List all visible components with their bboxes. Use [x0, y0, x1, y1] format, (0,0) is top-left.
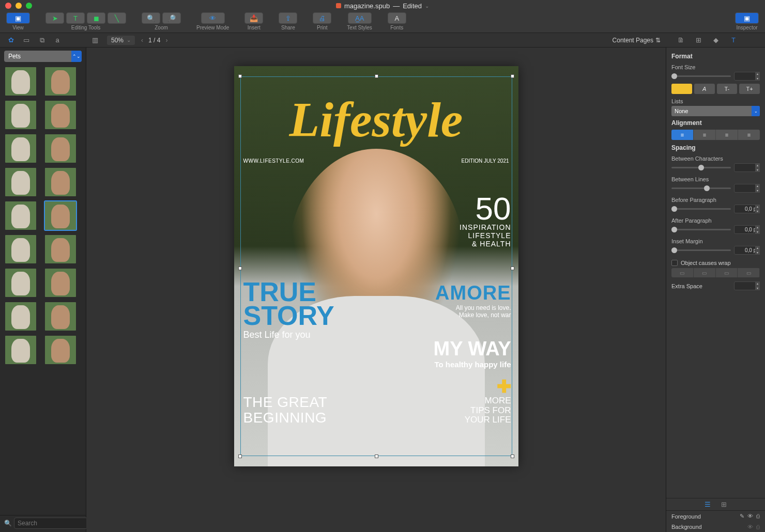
wrap-left-button[interactable]: ▭: [671, 268, 694, 277]
before-para-field[interactable]: 0,0 pt▴▾: [734, 205, 760, 213]
content-pages-button[interactable]: Content Pages⇅: [613, 37, 661, 44]
resize-handle[interactable]: [375, 74, 378, 78]
prev-page-button[interactable]: ‹: [141, 37, 143, 44]
magazine-page[interactable]: Lifestyle WWW.LIFESTYLE.COM EDITION JULY…: [234, 66, 518, 466]
asset-thumb[interactable]: [5, 134, 36, 163]
typography-tab-icon[interactable]: a: [52, 35, 63, 45]
asset-thumb[interactable]: [45, 269, 76, 297]
char-spacing-field[interactable]: ▴▾: [734, 163, 760, 172]
inset-margin-slider[interactable]: [671, 249, 731, 251]
asset-thumb[interactable]: [5, 235, 36, 263]
extra-space-field[interactable]: ▴▾: [734, 281, 760, 290]
inset-margin-field[interactable]: 0,0 pt▴▾: [734, 246, 760, 255]
print-label: Print: [317, 25, 328, 30]
line-spacing-field[interactable]: ▴▾: [734, 184, 760, 193]
zoom-in-button[interactable]: 🔍: [142, 12, 160, 24]
layers-tab-icon[interactable]: ☰: [705, 500, 711, 508]
inspector-label: Inspector: [736, 25, 757, 30]
close-icon[interactable]: [5, 3, 11, 9]
resize-handle[interactable]: [375, 455, 378, 458]
wrap-around-button[interactable]: ▭: [694, 268, 716, 277]
print-layer-icon[interactable]: ⎙: [756, 524, 760, 530]
text-inspector-tab-icon[interactable]: T: [728, 35, 739, 45]
asset-thumb[interactable]: [5, 168, 36, 196]
asset-thumb[interactable]: [5, 336, 36, 364]
select-tool-button[interactable]: ➤: [45, 12, 64, 24]
zoom-select[interactable]: 50%⌄: [107, 36, 135, 45]
document-title[interactable]: magazine.spub — Edited ⌄: [336, 2, 429, 10]
view-button[interactable]: ▣: [6, 12, 30, 24]
asset-thumb[interactable]: [45, 134, 76, 163]
maximize-icon[interactable]: [26, 3, 32, 9]
media-tab-icon[interactable]: ▭: [21, 35, 32, 45]
resize-handle[interactable]: [511, 455, 514, 458]
line-tool-button[interactable]: ╲: [108, 12, 126, 24]
align-justify-button[interactable]: ≡: [738, 130, 760, 140]
before-para-slider[interactable]: [671, 208, 731, 210]
eye-icon[interactable]: 👁: [747, 513, 753, 520]
char-spacing-slider[interactable]: [671, 167, 731, 168]
asset-thumb[interactable]: [5, 302, 36, 331]
spread-view-icon[interactable]: ▥: [89, 35, 101, 45]
resize-handle[interactable]: [511, 74, 514, 78]
wrap-right-button[interactable]: ▭: [716, 268, 738, 277]
spacing-heading: Spacing: [671, 144, 760, 151]
assets-sidebar: Pets ⌃⌄ 🔍: [0, 48, 86, 532]
wrap-checkbox[interactable]: [671, 260, 678, 266]
text-tool-button[interactable]: T: [66, 12, 85, 24]
pages-tab-icon[interactable]: ⧉: [36, 35, 48, 45]
lists-select[interactable]: None⌄: [671, 106, 760, 116]
asset-thumb[interactable]: [45, 235, 76, 263]
background-layer-row[interactable]: Background 👁⎙: [666, 522, 765, 532]
align-center-button[interactable]: ≡: [694, 130, 716, 140]
asset-thumb[interactable]: [45, 302, 76, 331]
fonts-button[interactable]: A: [388, 12, 406, 24]
foreground-layer-row[interactable]: Foreground ✎👁⎙: [666, 511, 765, 522]
inspector-button[interactable]: ▣: [735, 12, 759, 24]
text-styles-button[interactable]: A̲A: [348, 12, 372, 24]
font-larger-button[interactable]: T+: [739, 84, 760, 94]
eye-icon[interactable]: 👁: [747, 524, 753, 530]
resize-handle[interactable]: [238, 74, 242, 78]
text-color-button[interactable]: [671, 84, 692, 94]
asset-thumb[interactable]: [45, 201, 76, 230]
insert-button[interactable]: 📥: [244, 12, 263, 24]
align-right-button[interactable]: ≡: [716, 130, 738, 140]
print-layer-icon[interactable]: ⎙: [756, 513, 760, 520]
wrap-none-button[interactable]: ▭: [738, 268, 760, 277]
asset-thumb[interactable]: [5, 67, 36, 96]
pencil-icon[interactable]: ✎: [740, 513, 744, 520]
align-left-button[interactable]: ≡: [671, 130, 694, 140]
zoom-out-button[interactable]: 🔎: [162, 12, 181, 24]
resize-handle[interactable]: [238, 455, 242, 458]
after-para-slider[interactable]: [671, 229, 731, 230]
file-inspector-tab-icon[interactable]: 🗎: [675, 35, 686, 45]
font-smaller-button[interactable]: T-: [717, 84, 738, 94]
shape-tool-button[interactable]: ◼: [87, 12, 105, 24]
asset-thumb[interactable]: [5, 201, 36, 230]
geometry-inspector-tab-icon[interactable]: ⊞: [693, 35, 704, 45]
asset-thumb[interactable]: [5, 101, 36, 129]
after-para-field[interactable]: 0,0 pt▴▾: [734, 225, 760, 234]
asset-thumb[interactable]: [45, 336, 76, 364]
category-select[interactable]: Pets ⌃⌄: [4, 51, 82, 62]
next-page-button[interactable]: ›: [165, 37, 167, 44]
canvas[interactable]: Lifestyle WWW.LIFESTYLE.COM EDITION JULY…: [86, 48, 666, 532]
minimize-icon[interactable]: [16, 3, 22, 9]
print-button[interactable]: 🖨: [313, 12, 331, 24]
asset-thumb[interactable]: [45, 67, 76, 96]
appearance-inspector-tab-icon[interactable]: ◆: [710, 35, 722, 45]
preview-button[interactable]: 👁: [201, 12, 225, 24]
resize-handle[interactable]: [238, 267, 242, 270]
library-tab-icon[interactable]: ✿: [5, 35, 17, 45]
asset-thumb[interactable]: [45, 101, 76, 129]
font-size-field[interactable]: ▴▾: [734, 72, 760, 81]
share-button[interactable]: ⇪: [279, 12, 297, 24]
font-size-slider[interactable]: [671, 75, 731, 77]
resize-handle[interactable]: [511, 267, 514, 270]
asset-thumb[interactable]: [5, 269, 36, 297]
grid-tab-icon[interactable]: ⊞: [721, 500, 727, 508]
line-spacing-slider[interactable]: [671, 187, 731, 189]
italic-button[interactable]: A: [694, 84, 715, 94]
asset-thumb[interactable]: [45, 168, 76, 196]
